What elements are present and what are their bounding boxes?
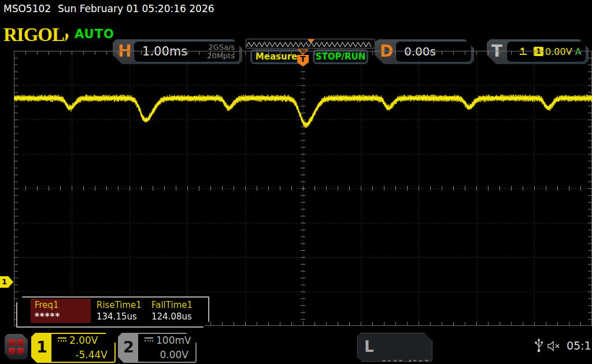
channel2-offset: 0.00V	[160, 349, 188, 361]
usb-icon	[534, 338, 543, 353]
trigger-position-marker[interactable]: T	[297, 49, 309, 69]
graticule	[14, 51, 592, 326]
measurement-name: Freq1	[35, 300, 59, 310]
clock-label: 05:19	[567, 339, 592, 352]
dc-coupling-icon	[145, 337, 153, 344]
logic-channel-numbers: 0 1 2 3 4 5 6 7 8 9 10 11 12 13 14 15	[382, 337, 446, 364]
logic-row1: 0 1 2 3 4 5 6 7	[382, 358, 446, 364]
waveform-display-area: T	[14, 51, 592, 326]
measurement-value: *****	[35, 311, 60, 322]
logic-label: L	[364, 338, 374, 355]
ch1-marker-number: 1	[2, 277, 7, 286]
channel2-widget[interactable]: 2 100mV 0.00V	[118, 333, 197, 363]
measurement-panel[interactable]: Freq1 ***** RiseTime1 134.15us FallTime1…	[16, 296, 209, 328]
measurement-value: 134.15us	[97, 311, 137, 322]
menu-grid-icon	[9, 339, 24, 354]
rigol-logo: RIGOL	[3, 23, 64, 46]
channel1-values: 2.00V -5.44V	[53, 334, 114, 362]
measurement-name: RiseTime1	[97, 300, 142, 310]
top-status-bar: MSO5102 Sun February 01 05:20:16 2026	[0, 0, 592, 17]
dc-coupling-icon	[58, 337, 66, 344]
main-menu-button[interactable]	[5, 334, 28, 359]
header-bar: RIGOL AUTO H 1.00ms 2GSa/s 20Mpts Measur…	[0, 17, 592, 49]
rigol-logo-tail	[64, 34, 70, 42]
trigger-marker-letter: T	[297, 54, 309, 64]
sample-rate-value: 2GSa/s	[207, 43, 235, 51]
ch1-ground-marker[interactable]: 1	[0, 276, 13, 288]
channel2-values: 100mV 0.00V	[140, 334, 195, 362]
channel1-widget[interactable]: 1 2.00V -5.44V	[31, 333, 116, 363]
channel2-scale: 100mV	[156, 335, 191, 346]
measurement-name: FallTime1	[151, 300, 193, 310]
channel1-offset: -5.44V	[75, 349, 108, 361]
datetime-label: Sun February 01 05:20:16 2026	[58, 3, 214, 14]
overview-trigger-position-icon[interactable]	[308, 39, 314, 43]
model-label: MSO5102	[3, 3, 51, 14]
channel1-tab[interactable]: 1	[32, 334, 51, 362]
logic-channels-widget[interactable]: L 0 1 2 3 4 5 6 7 8 9 10 11 12 13 14 15	[357, 333, 432, 362]
acquisition-mode-label: AUTO	[75, 27, 114, 41]
measurement-value: 124.08us	[151, 311, 192, 322]
speaker-muted-icon[interactable]	[547, 341, 562, 351]
channel1-scale: 2.00V	[69, 335, 98, 346]
channel2-tab[interactable]: 2	[119, 334, 138, 362]
